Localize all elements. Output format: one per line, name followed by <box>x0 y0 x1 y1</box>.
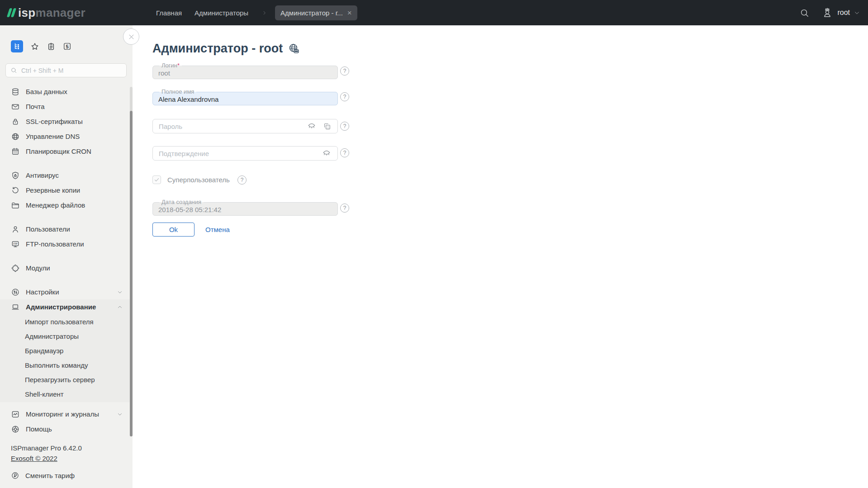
sidebar-item-settings[interactable]: Настройки <box>0 284 133 299</box>
sidebar-item-dns[interactable]: Управление DNS <box>0 129 133 144</box>
sidebar-toolbar: 5 <box>11 40 71 52</box>
sidebar-item-label: Настройки <box>26 288 59 296</box>
ftp-monitor-icon: FTP <box>11 240 20 249</box>
calendar-icon <box>11 147 20 156</box>
confirm-password-field[interactable] <box>152 146 338 161</box>
sidebar-item-databases[interactable]: Базы данных <box>0 84 133 99</box>
sidebar-item-ssl[interactable]: SSL-сертификаты <box>0 114 133 129</box>
shield-lock-icon <box>11 171 20 180</box>
full-name-input[interactable] <box>158 95 332 103</box>
required-asterisk: * <box>177 62 180 69</box>
copyright-link[interactable]: Exosoft © 2022 <box>11 453 57 464</box>
lock-icon <box>11 117 20 126</box>
sidebar-item-label: Управление DNS <box>26 133 80 140</box>
sidebar: 5 Ctrl + Shift + M Базы данных Почта SSL… <box>0 25 133 488</box>
header-right: root <box>799 0 860 25</box>
created-field-row: Дата создания ? <box>152 199 370 216</box>
chevron-down-icon <box>117 289 123 295</box>
sidebar-subitem-administrators[interactable]: Администраторы <box>0 329 133 343</box>
created-input <box>158 205 332 213</box>
admin-expanded-section: Администрирование Импорт пользователя Ад… <box>0 299 133 402</box>
recent-count-button[interactable]: 5 <box>63 42 71 51</box>
chevron-right-icon <box>262 10 267 15</box>
sidebar-item-label: Администрирование <box>26 303 96 311</box>
breadcrumb-administrators[interactable]: Администраторы <box>194 9 248 17</box>
sidebar-item-label: Модули <box>26 264 50 272</box>
sidebar-search-field[interactable]: Ctrl + Shift + M <box>5 63 127 77</box>
eye-closed-icon[interactable] <box>322 148 332 158</box>
app-version: ISPmanager Pro 6.42.0 <box>11 443 133 453</box>
sidebar-item-mail[interactable]: Почта <box>0 99 133 114</box>
eye-closed-icon[interactable] <box>307 121 317 131</box>
ok-button[interactable]: Ok <box>152 223 194 237</box>
help-icon[interactable]: ? <box>340 66 349 76</box>
confirm-field-row: ? <box>152 146 370 161</box>
sidebar-subitem-shell-client[interactable]: Shell-клиент <box>0 387 133 401</box>
user-icon <box>11 225 20 234</box>
sidebar-item-monitoring[interactable]: Мониторинг и журналы <box>0 407 133 422</box>
monitoring-chart-icon <box>11 410 20 419</box>
sidebar-item-label: SSL-сертификаты <box>26 118 83 125</box>
superuser-label: Суперпользователь <box>167 176 230 184</box>
sidebar-item-users[interactable]: Пользователи <box>0 222 133 237</box>
ruble-circle-icon <box>11 471 19 480</box>
sidebar-item-backups[interactable]: Резервные копии <box>0 183 133 198</box>
sidebar-item-antivirus[interactable]: Антивирус <box>0 168 133 183</box>
tab-label: Администратор - г... <box>280 9 343 17</box>
login-label: Логин* <box>159 62 182 69</box>
notes-clipboard-button[interactable] <box>47 42 56 51</box>
logo-text-isp: isp <box>18 6 35 20</box>
database-icon <box>11 87 20 96</box>
page-title: Администратор - root <box>152 42 283 56</box>
created-field: Дата создания <box>152 199 338 216</box>
full-name-field[interactable]: Полное имя <box>152 89 338 105</box>
ispmanager-logo[interactable]: ispmanager <box>8 0 85 25</box>
sidebar-item-label: Резервные копии <box>26 186 80 194</box>
tab-close-icon[interactable]: × <box>347 9 352 17</box>
search-icon <box>10 67 17 74</box>
breadcrumb: Главная Администраторы Администратор - г… <box>156 0 357 25</box>
cancel-link[interactable]: Отмена <box>205 226 230 233</box>
svg-text:FTP: FTP <box>14 242 18 245</box>
password-field-row: ? <box>152 119 370 133</box>
sidebar-item-administration[interactable]: Администрирование <box>0 299 133 314</box>
sidebar-item-label: Помощь <box>26 425 52 433</box>
sidebar-item-cron[interactable]: Планировщик CRON <box>0 144 133 159</box>
user-crown-icon[interactable] <box>821 7 833 19</box>
top-header: ispmanager Главная Администраторы Админи… <box>0 0 868 25</box>
settings-icon <box>11 288 20 297</box>
sidebar-subitem-firewall[interactable]: Брандмауэр <box>0 343 133 358</box>
generate-password-dice-icon[interactable] <box>323 122 332 131</box>
user-menu-chevron-icon[interactable] <box>854 10 860 16</box>
laptop-icon <box>11 303 20 312</box>
sidebar-item-file-manager[interactable]: Менеджер файлов <box>0 198 133 213</box>
sidebar-subitem-execute-command[interactable]: Выполнить команду <box>0 358 133 372</box>
globe-link-icon[interactable] <box>288 43 299 54</box>
close-icon <box>128 33 135 40</box>
user-name[interactable]: root <box>837 9 850 17</box>
sidebar-item-modules[interactable]: Модули <box>0 261 133 275</box>
confirm-password-input[interactable] <box>159 150 316 157</box>
help-icon[interactable]: ? <box>340 148 349 157</box>
sidebar-subitem-import-user[interactable]: Импорт пользователя <box>0 314 133 329</box>
password-input[interactable] <box>159 123 301 130</box>
password-field[interactable] <box>152 119 338 133</box>
sidebar-search-placeholder: Ctrl + Shift + M <box>21 67 63 74</box>
help-icon[interactable]: ? <box>237 175 247 185</box>
login-field-row: Логин* ? <box>152 62 370 79</box>
sidebar-item-ftp-users[interactable]: FTP FTP-пользователи <box>0 237 133 251</box>
favorites-star-button[interactable] <box>30 42 39 51</box>
menu-tree-view-button[interactable] <box>11 40 23 52</box>
tab-administrator-root[interactable]: Администратор - г... × <box>275 5 357 20</box>
change-tariff-button[interactable]: Сменить тариф <box>11 471 133 480</box>
breadcrumb-home[interactable]: Главная <box>156 9 182 17</box>
close-form-button[interactable] <box>123 28 139 45</box>
help-icon[interactable]: ? <box>340 122 349 131</box>
sidebar-item-label: Антивирус <box>26 171 59 179</box>
search-icon[interactable] <box>799 8 810 18</box>
sidebar-subitem-reboot-server[interactable]: Перезагрузить сервер <box>0 372 133 387</box>
help-icon[interactable]: ? <box>340 204 349 213</box>
sidebar-item-help[interactable]: Помощь <box>0 422 133 436</box>
lifering-icon <box>11 425 20 434</box>
help-icon[interactable]: ? <box>340 92 349 101</box>
